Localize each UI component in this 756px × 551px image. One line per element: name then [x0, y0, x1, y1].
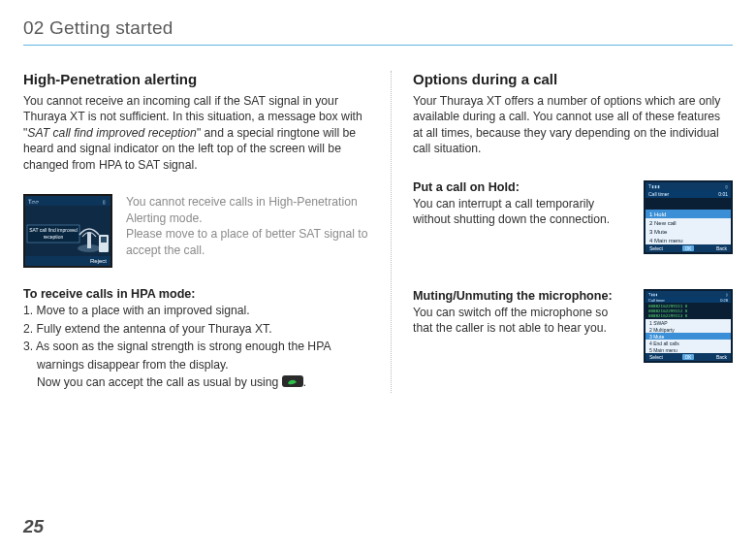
step-2: 2. Fully extend the antenna of your Thur… — [23, 321, 369, 337]
right-column: Options during a call Your Thuraya XT of… — [392, 71, 733, 393]
m5: 5 Main menu — [649, 347, 677, 353]
phone-screenshot-hold: T▮▮▮ ▯ Call timer 0:01 1 Hold 2 New call… — [644, 180, 733, 254]
sk-mid: OK — [685, 246, 692, 251]
status-right: ▯ — [102, 198, 106, 205]
feature-mute: Muting/Unmuting the microphone: You can … — [413, 289, 733, 363]
menu-4: 4 Main menu — [649, 238, 683, 243]
right-intro: Your Thuraya XT offers a number of optio… — [413, 93, 733, 157]
timer-label: Call timer — [648, 298, 666, 303]
softkey-reject: Reject — [90, 258, 107, 264]
m4: 4 End all calls — [649, 340, 679, 346]
note-line2: Please move to a place of better SAT sig… — [126, 227, 368, 256]
svg-rect-20 — [646, 291, 731, 297]
timer-val: 0:01 — [718, 191, 728, 197]
sk-left: Select — [649, 354, 664, 360]
hold-body: You can interrupt a call temporarily wit… — [413, 196, 628, 228]
hold-title: Put a call on Hold: — [413, 180, 628, 194]
mute-body: You can switch off the microphone so tha… — [413, 305, 628, 337]
hpa-heading: To receive calls in HPA mode: — [23, 287, 369, 301]
divider — [23, 45, 733, 46]
step-3b: warnings disappear from the display. — [23, 357, 369, 373]
step3c-b: . — [303, 375, 306, 389]
call-key-icon — [282, 375, 303, 391]
phone-screenshot-hpa: T▱▱ ▯ SAT call find improved reception — [23, 194, 112, 268]
status-right: ▯ — [726, 292, 728, 297]
chapter-title: 02 Getting started — [23, 17, 733, 39]
columns: High-Penetration alerting You cannot rec… — [23, 71, 733, 393]
step-3a: 3. As soon as the signal strength is str… — [23, 339, 369, 354]
menu-3: 3 Mute — [649, 229, 668, 235]
p1-italic: SAT call find improved reception — [27, 126, 197, 140]
svg-rect-7 — [101, 237, 107, 243]
sk-right: Back — [716, 245, 728, 251]
msg-line1: SAT call find improved — [29, 227, 78, 233]
sk-left: Select — [649, 245, 664, 251]
left-paragraph: You cannot receive an incoming call if t… — [23, 93, 369, 173]
right-heading: Options during a call — [413, 71, 733, 87]
msg-line2: reception — [44, 234, 64, 240]
num-3: 00882162299113 H — [648, 313, 688, 318]
m1: 1 SWAP — [649, 320, 668, 326]
timer-val: 0:28 — [720, 298, 729, 303]
left-column: High-Penetration alerting You cannot rec… — [23, 71, 392, 393]
m3: 3 Mute — [649, 334, 665, 340]
step3c-a: Now you can accept the call as usual by … — [37, 375, 282, 389]
sk-mid: OK — [685, 355, 692, 360]
menu-2: 2 New call — [649, 220, 677, 226]
m2: 2 Multiparty — [649, 327, 675, 333]
status-left: T▮▮▮ — [648, 183, 660, 189]
menu-1: 1 Hold — [649, 211, 666, 217]
status-left: T▱▱ — [28, 198, 39, 205]
info-row: T▱▱ ▯ SAT call find improved reception — [23, 194, 369, 268]
left-heading: High-Penetration alerting — [23, 71, 369, 87]
step-1: 1. Move to a place with an improved sign… — [23, 303, 369, 318]
timer-label: Call timer — [648, 191, 669, 197]
step-3c: Now you can accept the call as usual by … — [23, 374, 369, 391]
mute-text: Muting/Unmuting the microphone: You can … — [413, 289, 628, 337]
feature-hold: Put a call on Hold: You can interrupt a … — [413, 180, 733, 254]
hold-text: Put a call on Hold: You can interrupt a … — [413, 180, 628, 228]
grey-note: You cannot receive calls in High-Penetra… — [126, 194, 369, 268]
page-number: 25 — [23, 516, 44, 537]
phone-screenshot-mute: T▮▮▮ ▯ Call timer 0:28 00882162299111 H … — [644, 289, 733, 363]
sk-right: Back — [716, 354, 728, 360]
mute-title: Muting/Unmuting the microphone: — [413, 289, 628, 303]
svg-rect-5 — [87, 233, 91, 248]
status-left: T▮▮▮ — [648, 292, 658, 297]
note-line1: You cannot receive calls in High-Penetra… — [126, 195, 358, 224]
status-right: ▯ — [725, 183, 728, 189]
